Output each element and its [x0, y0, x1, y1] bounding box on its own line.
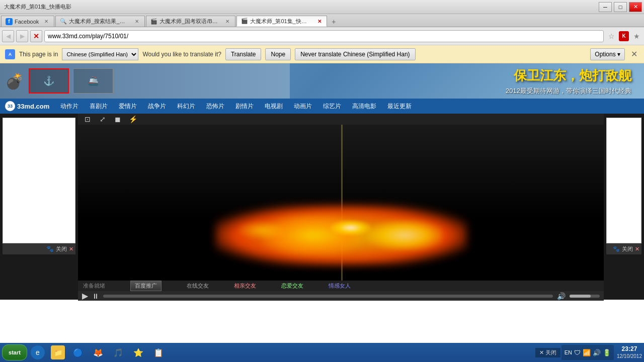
close-notice[interactable]: ✕ 关闭 — [535, 348, 560, 357]
nav-item-hd[interactable]: 高清电影 — [347, 99, 381, 114]
close-window-button[interactable]: ✕ — [629, 2, 642, 12]
taskbar-ie-icon[interactable]: e — [28, 344, 47, 360]
banner-title: 保卫江东，炮打敌舰 — [514, 67, 631, 84]
never-translate-button[interactable]: Never translate Chinese (Simplified Han) — [295, 48, 415, 60]
nav-item-animation[interactable]: 动画片 — [289, 99, 317, 114]
pause-button[interactable]: ⏸ — [92, 292, 99, 300]
player-flash-icon[interactable]: ⚡ — [127, 114, 138, 125]
battery-icon: 🔋 — [603, 349, 611, 356]
clock-date: 12/10/2012 — [617, 353, 642, 359]
left-paw-icon: 🐾 — [46, 245, 54, 252]
taskbar-explorer-icon[interactable]: 📁 — [48, 344, 67, 360]
media-icon: 🎵 — [111, 345, 125, 359]
nav-item-action[interactable]: 动作片 — [55, 99, 84, 114]
nav-item-horror[interactable]: 恐怖片 — [201, 99, 229, 114]
tab-2-close[interactable]: ✕ — [224, 18, 231, 25]
emotion-link[interactable]: 情感女人 — [329, 282, 351, 290]
forward-button[interactable]: ▶ — [16, 30, 28, 42]
translate-options-button[interactable]: Options ▾ — [590, 48, 625, 60]
translate-bar: A This page is in Chinese (Simplified Ha… — [0, 45, 644, 63]
nav-item-romance[interactable]: 爱情片 — [114, 99, 142, 114]
tab-active-close[interactable]: ✕ — [316, 18, 323, 25]
site-banner: 💣 ⚓ 🚢 保卫江东，炮打敌舰 2012最受期待网游，带你演绎三国时代经典 — [0, 63, 644, 99]
right-ad: 🐾 关闭 ✕ — [604, 114, 644, 300]
nope-button[interactable]: Nope — [265, 48, 291, 60]
tab-2[interactable]: 🎬 大魔术师_国考双语/BD/D… ✕ — [146, 16, 235, 27]
tab1-favicon: 🔍 — [60, 18, 67, 25]
taskbar-clipboard-icon[interactable]: 📋 — [149, 344, 168, 360]
play-button[interactable]: ▶ — [82, 291, 88, 301]
nav-item-comedy[interactable]: 喜剧片 — [85, 99, 113, 114]
nav-item-scifi[interactable]: 科幻片 — [172, 99, 200, 114]
translate-close-button[interactable]: ✕ — [629, 49, 639, 59]
taskbar-clock[interactable]: 23:27 12/10/2012 — [617, 345, 642, 360]
translate-icon: A — [5, 49, 15, 59]
volume-icon[interactable]: 🔊 — [557, 292, 566, 300]
star-icon[interactable]: ★ — [631, 31, 642, 42]
explorer-icon: 📁 — [51, 345, 65, 359]
matchmaking-link[interactable]: 相亲交友 — [234, 282, 256, 290]
start-label: start — [9, 349, 21, 355]
video-glow-5 — [331, 220, 371, 235]
online-friends-link[interactable]: 在线交友 — [187, 282, 209, 290]
right-ad-box — [606, 118, 641, 243]
taskbar-star-icon[interactable]: ⭐ — [129, 344, 148, 360]
nav-item-recent[interactable]: 最近更新 — [382, 99, 417, 114]
back-button[interactable]: ◀ — [2, 30, 14, 42]
translate-button[interactable]: Translate — [225, 48, 262, 60]
nav-item-variety[interactable]: 综艺片 — [318, 99, 346, 114]
nav-item-war[interactable]: 战争片 — [143, 99, 171, 114]
antivirus-icon: 🛡 — [574, 349, 581, 356]
new-tab-button[interactable]: + — [328, 17, 339, 27]
right-ad-close-icon[interactable]: ✕ — [635, 246, 639, 252]
taskbar-chrome-icon[interactable]: 🔵 — [68, 344, 88, 360]
site-nav: 33 33md.com 动作片 喜剧片 爱情片 战争片 科幻片 恐怖片 剧情片 … — [0, 99, 644, 114]
start-button[interactable]: start — [2, 344, 27, 360]
nav-item-drama[interactable]: 剧情片 — [230, 99, 259, 114]
minimize-button[interactable]: ─ — [599, 2, 612, 12]
bookmark-button[interactable]: ☆ — [606, 31, 617, 42]
right-ad-close-label[interactable]: 关闭 — [622, 245, 633, 253]
tab-1[interactable]: 🔍 大魔术师_搜索结果_木豆… ✕ — [55, 16, 145, 27]
baidu-promo-button[interactable]: 百度推广 — [130, 281, 162, 291]
left-ad-close-label[interactable]: 关闭 — [56, 245, 67, 253]
language-select[interactable]: Chinese (Simplified Han) — [62, 48, 138, 60]
tab-facebook-close[interactable]: ✕ — [43, 18, 50, 25]
links-bar: 准备就绪 百度推广 在线交友 相亲交友 恋爱交友 情感女人 — [78, 281, 604, 291]
maximize-button[interactable]: □ — [614, 2, 627, 12]
translate-question: Would you like to translate it? — [142, 51, 221, 58]
url-input[interactable] — [44, 30, 604, 42]
player-fullscreen-icon[interactable]: ⤢ — [97, 114, 108, 125]
kaspersky-icon[interactable]: K — [619, 31, 629, 41]
volume-tray-icon[interactable]: 🔊 — [593, 349, 601, 356]
stop-button[interactable]: ✕ — [30, 30, 42, 42]
lang-indicator[interactable]: EN — [565, 349, 572, 355]
site-logo-text: 33md.com — [17, 103, 49, 110]
player-stop-icon[interactable]: ◼ — [112, 114, 123, 125]
player-screenshot-icon[interactable]: ⊡ — [82, 114, 93, 125]
progress-bar[interactable] — [103, 295, 553, 298]
tab2-favicon: 🎬 — [150, 18, 157, 25]
taskbar-media-icon[interactable]: 🎵 — [109, 344, 128, 360]
player-controls-top: ⊡ ⤢ ◼ ⚡ — [78, 114, 604, 125]
left-ad: 🐾 关闭 ✕ — [0, 114, 78, 300]
nav-item-tv[interactable]: 电视剧 — [260, 99, 288, 114]
volume-bar[interactable] — [570, 295, 600, 298]
love-link[interactable]: 恋爱交友 — [281, 282, 303, 290]
clock-time: 23:27 — [617, 345, 642, 353]
taskbar: start e 📁 🔵 🦊 🎵 ⭐ 📋 ✕ 关 — [0, 343, 644, 362]
site-logo[interactable]: 33 33md.com — [5, 101, 49, 111]
banner-subtitle: 2012最受期待网游，带你演绎三国时代经典 — [506, 86, 631, 96]
tab-active[interactable]: 🎬 大魔术师_第01集_快播电影 ✕ — [236, 16, 327, 27]
title-bar: 大魔术师_第01集_快播电影 ─ □ ✕ — [0, 0, 644, 14]
left-ad-close-icon[interactable]: ✕ — [69, 246, 73, 252]
chrome-icon: 🔵 — [71, 345, 85, 359]
video-glow-tertiary — [367, 220, 443, 250]
video-frame[interactable] — [78, 125, 604, 281]
taskbar-right: EN 🛡 📶 🔊 🔋 23:27 12/10/2012 — [561, 345, 642, 360]
tab-1-close[interactable]: ✕ — [133, 18, 140, 25]
right-ad-close-bar: 🐾 关闭 ✕ — [606, 243, 641, 254]
tab-facebook[interactable]: f Facebook ✕ — [1, 16, 54, 27]
firefox-icon: 🦊 — [91, 345, 105, 359]
taskbar-firefox-icon[interactable]: 🦊 — [89, 344, 108, 360]
